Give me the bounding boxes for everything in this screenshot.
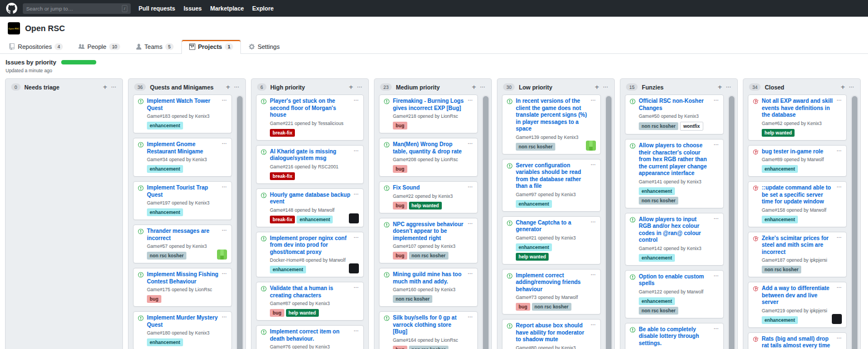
issue-title-link[interactable]: Not all EXP award and skill events have … — [762, 98, 836, 119]
issue-title-link[interactable]: Allow players to input RGB and/or hex co… — [639, 216, 713, 244]
tab-repositories[interactable]: Repositories 4 — [1, 39, 71, 54]
issue-label[interactable]: enhancement — [147, 338, 183, 346]
column-scrollbar[interactable] — [236, 95, 244, 349]
issue-label[interactable]: non rsc kosher — [639, 197, 678, 205]
issue-card[interactable]: Option to enable custom spells ⋯ Game#12… — [625, 270, 724, 318]
issue-label[interactable]: non rsc kosher — [516, 143, 555, 151]
issue-label[interactable]: break-fix — [270, 216, 295, 223]
issue-title-link[interactable]: Implement Watch Tower Quest — [147, 98, 221, 112]
issue-label[interactable]: enhancement — [639, 297, 675, 305]
issue-label[interactable]: non rsc kosher — [762, 266, 801, 273]
card-menu-button[interactable]: ⋯ — [354, 192, 359, 197]
issue-card[interactable]: Implement Tourist Trap Quest ⋯ Game#197 … — [133, 181, 232, 220]
assignee-avatar[interactable] — [217, 250, 227, 260]
column-menu-button[interactable]: ⋯ — [726, 84, 732, 90]
issue-label[interactable]: enhancement — [147, 208, 183, 216]
column-menu-button[interactable]: ⋯ — [111, 84, 117, 90]
issue-label[interactable]: bug — [147, 295, 161, 303]
card-menu-button[interactable]: ⋯ — [591, 322, 596, 327]
card-menu-button[interactable]: ⋯ — [222, 271, 228, 276]
issue-label[interactable]: bug — [393, 122, 407, 129]
scrollbar-thumb[interactable] — [483, 96, 489, 349]
issue-label[interactable]: bug — [393, 346, 407, 349]
issue-card[interactable]: Implement Watch Tower Quest ⋯ Game#183 o… — [133, 94, 232, 133]
card-menu-button[interactable]: ⋯ — [837, 148, 842, 153]
add-card-button[interactable]: + — [472, 84, 476, 90]
scrollbar-thumb[interactable] — [237, 96, 243, 349]
add-card-button[interactable]: + — [226, 84, 230, 90]
card-menu-button[interactable]: ⋯ — [354, 98, 359, 103]
issue-title-link[interactable]: Validate that a human is creating charac… — [270, 285, 353, 299]
issue-label[interactable]: enhancement — [762, 165, 798, 173]
card-menu-button[interactable]: ⋯ — [591, 98, 596, 103]
issue-title-link[interactable]: Be able to completely disable lottery th… — [639, 326, 713, 347]
issue-card[interactable]: Be able to completely disable lottery th… — [625, 323, 724, 349]
column-menu-button[interactable]: ⋯ — [357, 84, 363, 90]
issue-label[interactable]: bug — [393, 252, 407, 260]
card-menu-button[interactable]: ⋯ — [468, 271, 474, 276]
issue-title-link[interactable]: Firemaking - Burning Logs gives incorrec… — [393, 98, 467, 112]
issue-card[interactable]: Implement correct item on death behaviou… — [256, 325, 364, 349]
tab-projects[interactable]: Projects 1 — [181, 39, 241, 54]
issue-title-link[interactable]: Implement Missing Fishing Contest Behavi… — [147, 271, 221, 285]
issue-label[interactable]: non rsc kosher — [409, 346, 448, 349]
nav-link-marketplace[interactable]: Marketplace — [210, 5, 244, 12]
column-scrollbar[interactable] — [605, 95, 613, 349]
card-menu-button[interactable]: ⋯ — [222, 98, 228, 103]
issue-card[interactable]: Firemaking - Burning Logs gives incorrec… — [379, 94, 478, 133]
issue-title-link[interactable]: Implement Murder Mystery Quest — [147, 315, 221, 328]
column-scrollbar[interactable] — [728, 95, 736, 349]
issue-card[interactable]: Zeke's scimitar prices for steel and mit… — [748, 232, 847, 278]
issue-label[interactable]: non rsc kosher — [147, 252, 186, 260]
issue-label[interactable]: enhancement — [762, 316, 798, 324]
issue-card[interactable]: Validate that a human is creating charac… — [256, 282, 364, 321]
tab-settings[interactable]: Settings — [241, 39, 288, 54]
issue-label[interactable]: enhancement — [639, 254, 675, 262]
issue-label[interactable]: help wanted — [286, 309, 319, 317]
assignee-avatar[interactable] — [349, 213, 359, 223]
issue-title-link[interactable]: Silk buy/sells for 0 gp at varrock cloth… — [393, 315, 467, 336]
issue-title-link[interactable]: Implement correct item on death behaviou… — [270, 328, 353, 342]
card-menu-button[interactable]: ⋯ — [837, 185, 842, 190]
github-logo-icon[interactable] — [6, 3, 17, 14]
issue-label[interactable]: break-fix — [270, 172, 295, 180]
tab-people[interactable]: People 10 — [71, 39, 128, 54]
card-menu-button[interactable]: ⋯ — [468, 315, 474, 320]
issue-title-link[interactable]: Change Captcha to a generator — [516, 220, 590, 233]
column-menu-button[interactable]: ⋯ — [234, 84, 240, 90]
issue-label[interactable]: help wanted — [762, 129, 795, 137]
issue-label[interactable]: help wanted — [409, 202, 442, 210]
issue-label[interactable]: enhancement — [270, 266, 306, 273]
issue-title-link[interactable]: ::update command able to be set a specif… — [762, 185, 836, 206]
issue-card[interactable]: Server configuration variables should be… — [502, 159, 601, 212]
issue-card[interactable]: Implement Murder Mystery Quest ⋯ Game#18… — [133, 311, 232, 349]
issue-title-link[interactable]: NPC aggressive behaviour doesn't appear … — [393, 221, 467, 242]
issue-title-link[interactable]: Option to enable custom spells — [639, 273, 713, 287]
issue-title-link[interactable]: Official RSC non-Kosher Changes — [639, 98, 713, 112]
issue-card[interactable]: Official RSC non-Kosher Changes ⋯ Game#5… — [625, 94, 724, 134]
card-menu-button[interactable]: ⋯ — [222, 141, 228, 146]
issue-card[interactable]: Rats (big and small) drop rat tails almo… — [748, 332, 847, 349]
column-menu-button[interactable]: ⋯ — [480, 84, 486, 90]
column-scrollbar[interactable] — [851, 95, 859, 349]
card-menu-button[interactable]: ⋯ — [714, 273, 719, 278]
issue-card[interactable]: Thrander messages are incorrect ⋯ Game#5… — [133, 225, 232, 263]
issue-title-link[interactable]: Implement Tourist Trap Quest — [147, 185, 221, 198]
issue-title-link[interactable]: Rats (big and small) drop rat tails almo… — [762, 336, 836, 349]
card-menu-button[interactable]: ⋯ — [468, 185, 474, 190]
issue-label[interactable]: wontfix — [680, 122, 703, 131]
issue-title-link[interactable]: Zeke's scimitar prices for steel and mit… — [762, 235, 836, 256]
add-card-button[interactable]: + — [349, 84, 353, 90]
issue-card[interactable]: Change Captcha to a generator ⋯ Game#21 … — [502, 216, 601, 265]
card-menu-button[interactable]: ⋯ — [591, 272, 596, 277]
issue-card[interactable]: Player's get stuck on the second floor o… — [256, 94, 364, 141]
add-card-button[interactable]: + — [841, 84, 845, 90]
issue-title-link[interactable]: Report abuse box should have ability for… — [516, 322, 590, 343]
issue-card[interactable]: Not all EXP award and skill events have … — [748, 94, 847, 141]
assignee-avatar[interactable] — [349, 263, 359, 273]
scrollbar-thumb[interactable] — [852, 96, 857, 349]
issue-title-link[interactable]: Implement Gnome Restaurant Minigame — [147, 141, 221, 155]
issue-title-link[interactable]: Thrander messages are incorrect — [147, 228, 221, 242]
issue-label[interactable]: non rsc kosher — [639, 307, 678, 315]
issue-label[interactable]: enhancement — [516, 200, 552, 208]
